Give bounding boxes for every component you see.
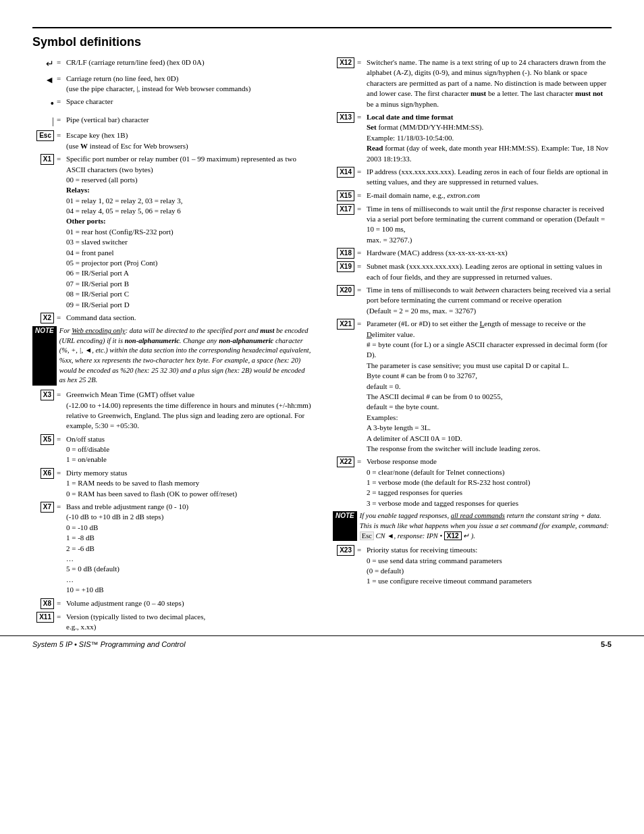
value-subline: 0 = off/disable (66, 444, 311, 454)
value-subline: A delimiter of ASCII 0A = 10D. (367, 434, 612, 444)
entry-key: X19 (333, 261, 357, 272)
entry-value: Time in tens of milliseconds to wait unt… (367, 204, 612, 246)
page: Symbol definitions ↵=CR/LF (carriage ret… (0, 0, 644, 662)
value-subline: 1 = use configure receive timeout comman… (367, 576, 612, 586)
value-subline: The response from the switcher will incl… (367, 444, 612, 454)
entry-key: X13 (333, 112, 357, 123)
entry-key: X6 (32, 468, 57, 479)
box-key-x5: X5 (41, 434, 54, 445)
entry-key: X21 (333, 319, 357, 330)
value-subline: e.g., x.xx) (66, 622, 311, 632)
box-key-x19: X19 (337, 261, 354, 272)
entry-equals: = (357, 204, 367, 214)
entry-equals: = (357, 261, 367, 271)
symbol-entry: X6=Dirty memory status1 = RAM needs to b… (32, 468, 311, 499)
note-entry: NOTEFor Web encoding only: data will be … (32, 326, 311, 386)
symbol-entry: X12=Switcher's name. The name is a text … (333, 57, 612, 109)
box-key-x11: X11 (36, 612, 54, 623)
value-subline: 07 = IR/Serial port B (66, 279, 311, 289)
entry-value: Dirty memory status1 = RAM needs to be s… (66, 468, 311, 499)
entry-key: X7 (32, 502, 57, 513)
entry-equals: = (57, 115, 66, 125)
box-key-x17: X17 (337, 204, 354, 215)
entry-equals: = (57, 313, 66, 323)
value-line: Read format (day of week, date month yea… (367, 143, 612, 164)
note-text: For Web encoding only: data will be dire… (59, 326, 311, 386)
value-subline: Byte count # can be from 0 to 32767, (367, 371, 612, 381)
entry-equals: = (57, 130, 66, 140)
page-title: Symbol definitions (32, 35, 612, 49)
entry-key: X17 (333, 204, 357, 215)
value-subline: default = the byte count. (367, 402, 612, 412)
value-subline: … (66, 554, 311, 564)
symbol-entry: X21=Parameter (#L or #D) to set either t… (333, 319, 612, 454)
entry-value: Verbose response mode0 = clear/none (def… (367, 457, 612, 509)
value-subline: (Default = 2 = 20 ms, max. = 32767) (367, 306, 612, 316)
value-subline: Relays: (66, 185, 311, 195)
entry-equals: = (357, 112, 367, 122)
value-subline: 03 = slaved switcher (66, 237, 311, 247)
entry-key: X14 (333, 167, 357, 178)
value-subline: The parameter is case sensitive; you mus… (367, 361, 612, 371)
symbol-entry: |=Pipe (vertical bar) character (32, 115, 311, 128)
value-subline: (use W instead of Esc for Web browsers) (66, 141, 311, 151)
symbol-entry: X19=Subnet mask (xxx.xxx.xxx.xxx). Leadi… (333, 261, 612, 282)
note-label: NOTE (333, 511, 357, 541)
entry-equals: = (357, 319, 367, 329)
entry-value: Greenwich Mean Time (GMT) offset value(-… (66, 390, 311, 432)
footer-page: 5-5 (601, 640, 612, 648)
symbol-entry: •=Space character (32, 97, 311, 111)
entry-key: X11 (32, 612, 57, 623)
entry-value: Command data section. (66, 313, 311, 323)
symbol-entry: ◄=Carriage return (no line feed, hex 0D)… (32, 74, 311, 95)
value-subline: 0 = use send data string command paramet… (367, 556, 612, 566)
entry-value: Subnet mask (xxx.xxx.xxx.xxx). Leading z… (367, 261, 612, 282)
entry-key: X12 (333, 57, 357, 68)
value-subline: 0 = clear/none (default for Telnet conne… (367, 467, 612, 477)
box-key-x20: X20 (337, 285, 354, 296)
box-key-x6: X6 (41, 468, 54, 479)
value-subline: (-12.00 to +14.00) represents the time d… (66, 400, 311, 432)
content-columns: ↵=CR/LF (carriage return/line feed) (hex… (32, 57, 612, 635)
entry-equals: = (357, 457, 367, 467)
value-subline: # = byte count (for L) or a single ASCII… (367, 340, 612, 361)
value-subline: 2 = -6 dB (66, 544, 311, 554)
value-subline: 3 = verbose mode and tagged responses fo… (367, 498, 612, 509)
entry-value: Carriage return (no line feed, hex 0D)(u… (66, 74, 311, 95)
value-subline: Examples: (367, 413, 612, 423)
entry-equals: = (357, 248, 367, 258)
entry-equals: = (57, 502, 66, 512)
symbol-entry: X15=E-mail domain name, e.g., extron.com (333, 190, 612, 201)
entry-key: X2 (32, 313, 57, 323)
entry-value: Switcher's name. The name is a text stri… (367, 57, 612, 109)
box-key-x22: X22 (337, 457, 354, 467)
entry-equals: = (57, 97, 66, 107)
symbol-entry: X14=IP address (xxx.xxx.xxx.xxx). Leadin… (333, 167, 612, 188)
entry-key: | (32, 115, 57, 128)
box-key-esc: Esc (36, 130, 54, 141)
symbol-entry: X8=Volume adjustment range (0 – 40 steps… (32, 598, 311, 609)
entry-equals: = (57, 598, 66, 608)
footer-title: System 5 IP • SIS™ Programming and Contr… (32, 640, 186, 648)
entry-key: X20 (333, 285, 357, 296)
entry-value: Specific port number or relay number (01… (66, 154, 311, 310)
crlf-arrow-icon: ↵ (46, 57, 54, 71)
value-subline: … (66, 575, 311, 585)
entry-equals: = (57, 434, 66, 444)
entry-equals: = (357, 190, 367, 201)
value-subline: (0 = default) (367, 566, 612, 576)
entry-equals: = (57, 154, 66, 164)
entry-value: Parameter (#L or #D) to set either the L… (367, 319, 612, 454)
entry-key: ↵ (32, 57, 57, 71)
value-subline: 01 = rear host (Config/RS-232 port) (66, 227, 311, 237)
box-key-x18: X18 (337, 248, 354, 259)
value-subline: A 3-byte length = 3L. (367, 423, 612, 433)
entry-equals: = (357, 167, 367, 177)
entry-key: X8 (32, 598, 57, 609)
value-subline: 01 = relay 1, 02 = relay 2, 03 = relay 3… (66, 196, 311, 206)
top-divider (32, 27, 612, 28)
symbol-entry: X22=Verbose response mode0 = clear/none … (333, 457, 612, 509)
symbol-entry: X1=Specific port number or relay number … (32, 154, 311, 310)
entry-key: X23 (333, 545, 357, 556)
entry-value: Local date and time formatSet format (MM… (367, 112, 612, 164)
